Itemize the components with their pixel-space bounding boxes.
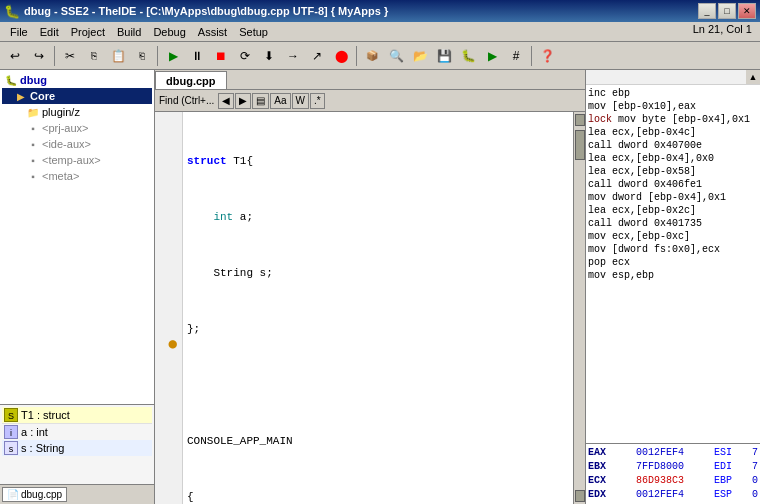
tree-item-temp-aux[interactable]: ▪ <temp-aux> (2, 152, 152, 168)
tree-item-ide-aux[interactable]: ▪ <ide-aux> (2, 136, 152, 152)
restart-button[interactable]: ⟳ (234, 45, 256, 67)
code-line-4: }; (187, 322, 569, 336)
run2-button[interactable]: ▶ (481, 45, 503, 67)
copy2-button[interactable]: ⎗ (131, 45, 153, 67)
find-word-button[interactable]: W (292, 93, 309, 109)
scrollbar-down-btn[interactable] (575, 490, 585, 502)
line-8 (157, 210, 180, 224)
step-over-button[interactable]: → (282, 45, 304, 67)
menu-assist[interactable]: Assist (192, 24, 233, 40)
undo-button[interactable]: ↩ (4, 45, 26, 67)
help-button[interactable]: ❓ (536, 45, 558, 67)
aux-icon-2: ▪ (26, 137, 40, 151)
open-button[interactable]: 📂 (409, 45, 431, 67)
code-editor[interactable]: struct T1{ int a; String s; }; CONSOLE_A… (183, 112, 573, 504)
window-controls: _ □ ✕ (698, 3, 756, 19)
find-all-button[interactable]: ▤ (252, 93, 269, 109)
pause-button[interactable]: ⏸ (186, 45, 208, 67)
editor-area[interactable]: ● struct T1{ int a; String s; }; CONSOLE… (155, 112, 585, 504)
menu-debug[interactable]: Debug (147, 24, 191, 40)
reg-eax-val: 0012FEF4 (636, 446, 684, 460)
code-line-1: struct T1{ (187, 154, 569, 168)
redo-button[interactable]: ↪ (28, 45, 50, 67)
disasm-line-15: mov esp,ebp (588, 269, 758, 282)
folder-icon-core: ▶ (14, 89, 28, 103)
aux-icon-4: ▪ (26, 169, 40, 183)
reg-esp-name: ESP (704, 488, 732, 502)
menu-project[interactable]: Project (65, 24, 111, 40)
find-regex-button[interactable]: .* (310, 93, 325, 109)
line-14 (157, 294, 180, 308)
line-15 (157, 308, 180, 322)
line-4 (157, 154, 180, 168)
code-line-5 (187, 378, 569, 392)
left-file-tab[interactable]: 📄 dbug.cpp (2, 487, 67, 502)
main-layout: 🐛 dbug ▶ Core 📁 plugin/z ▪ <prj-aux> ▪ <… (0, 70, 760, 504)
line-12 (157, 266, 180, 280)
dbug-icon: 🐛 (4, 73, 18, 87)
menu-file[interactable]: File (4, 24, 34, 40)
step-into-button[interactable]: ⬇ (258, 45, 280, 67)
disasm-scroll-up[interactable]: ▲ (746, 70, 760, 84)
menu-edit[interactable]: Edit (34, 24, 65, 40)
menu-setup[interactable]: Setup (233, 24, 274, 40)
reg-ecx-name: ECX (588, 474, 616, 488)
reg-edx-val: 0012FEF4 (636, 488, 684, 502)
scrollbar-up-btn[interactable] (575, 114, 585, 126)
line-6 (157, 182, 180, 196)
symbol-a-label: a : int (21, 426, 48, 438)
tree-item-prj-aux[interactable]: ▪ <prj-aux> (2, 120, 152, 136)
minimize-button[interactable]: _ (698, 3, 716, 19)
editor-tabs: dbug.cpp (155, 70, 585, 90)
code-line-6: CONSOLE_APP_MAIN (187, 434, 569, 448)
left-file-icon: 📄 (7, 489, 19, 500)
line-5 (157, 168, 180, 182)
breakpoint-button[interactable]: ⬤ (330, 45, 352, 67)
find-button[interactable]: 🔍 (385, 45, 407, 67)
run-button[interactable]: ▶ (162, 45, 184, 67)
reg-ebx-val: 7FFD8000 (636, 460, 684, 474)
titlebar: 🐛 dbug - SSE2 - TheIDE - [C:\MyApps\dbug… (0, 0, 760, 22)
debug2-button[interactable]: 🐛 (457, 45, 479, 67)
right-panel: ▲ inc ebp mov [ebp-0x10],eax lock mov by… (585, 70, 760, 504)
paste-button[interactable]: 📋 (107, 45, 129, 67)
reg-row-ecx: ECX 86D938C3 EBP 0 (588, 474, 758, 488)
editor-scrollbar[interactable] (573, 112, 585, 504)
find-prev-button[interactable]: ◀ (218, 93, 234, 109)
symbol-s[interactable]: s s : String (2, 440, 152, 456)
find-buttons: ◀ ▶ ▤ Aa W .* (218, 93, 324, 109)
line-16 (157, 322, 180, 336)
build-button[interactable]: 📦 (361, 45, 383, 67)
disasm-line-5: call dword 0x40700e (588, 139, 758, 152)
tree-item-meta[interactable]: ▪ <meta> (2, 168, 152, 184)
save-button[interactable]: 💾 (433, 45, 455, 67)
project-tree[interactable]: 🐛 dbug ▶ Core 📁 plugin/z ▪ <prj-aux> ▪ <… (0, 70, 154, 404)
close-button[interactable]: ✕ (738, 3, 756, 19)
line-13 (157, 280, 180, 294)
disasm-line-4: lea ecx,[ebp-0x4c] (588, 126, 758, 139)
symbol-a[interactable]: i a : int (2, 424, 152, 440)
tree-item-plugin-z[interactable]: 📁 plugin/z (2, 104, 152, 120)
scrollbar-thumb[interactable] (575, 130, 585, 160)
tree-item-dbug[interactable]: 🐛 dbug (2, 72, 152, 88)
app-icon: 🐛 (4, 4, 20, 19)
copy-button[interactable]: ⎘ (83, 45, 105, 67)
registers-area: EAX 0012FEF4 ESI 7 EBX 7FFD8000 EDI 7 EC… (586, 443, 760, 504)
cut-button[interactable]: ✂ (59, 45, 81, 67)
stop-button[interactable]: ⏹ (210, 45, 232, 67)
maximize-button[interactable]: □ (718, 3, 736, 19)
symbol-t1[interactable]: S T1 : struct (2, 407, 152, 424)
disasm-line-8: call dword 0x406fe1 (588, 178, 758, 191)
hash-button[interactable]: # (505, 45, 527, 67)
find-case-button[interactable]: Aa (270, 93, 290, 109)
editor-tab-dbug[interactable]: dbug.cpp (155, 71, 227, 89)
menu-build[interactable]: Build (111, 24, 147, 40)
center-panel: dbug.cpp Find (Ctrl+... ◀ ▶ ▤ Aa W .* (155, 70, 585, 504)
disasm-line-9: mov dword [ebp-0x4],0x1 (588, 191, 758, 204)
disasm-line-1: inc ebp (588, 87, 758, 100)
symbol-t1-label: T1 : struct (21, 409, 70, 421)
step-out-button[interactable]: ↗ (306, 45, 328, 67)
scrollbar-track[interactable] (575, 126, 585, 490)
tree-item-core[interactable]: ▶ Core (2, 88, 152, 104)
find-next-button[interactable]: ▶ (235, 93, 251, 109)
